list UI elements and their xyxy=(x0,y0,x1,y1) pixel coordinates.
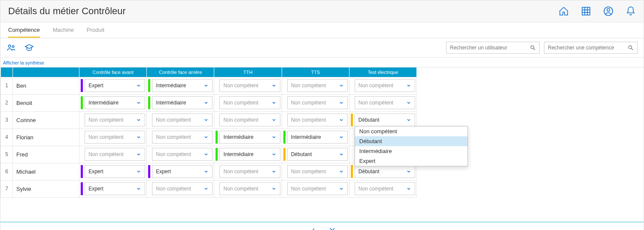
level-stripe xyxy=(351,113,353,126)
chevron-down-icon xyxy=(204,100,209,105)
user-icon[interactable] xyxy=(603,6,614,16)
level-stripe xyxy=(148,165,150,178)
level-select[interactable]: Non compétent xyxy=(85,148,145,161)
search-skill-input[interactable] xyxy=(544,42,638,54)
column-header[interactable]: Test électrique xyxy=(349,67,416,77)
skill-cell: Non compétent xyxy=(79,146,147,163)
level-select[interactable]: Non compétent xyxy=(219,113,280,126)
level-stripe xyxy=(148,113,150,126)
level-select[interactable]: Non compétent xyxy=(85,113,145,126)
tab-machine[interactable]: Machine xyxy=(53,22,74,38)
level-select[interactable]: Intermédiaire xyxy=(287,131,348,144)
cancel-button[interactable] xyxy=(328,227,336,230)
level-select[interactable]: Non compétent xyxy=(152,131,213,144)
graduation-cap-icon[interactable] xyxy=(24,43,34,52)
level-select[interactable]: Non compétent xyxy=(355,182,415,195)
tab-competence[interactable]: Compétence xyxy=(8,22,40,38)
row-index: 6 xyxy=(1,163,13,180)
row-name: Michael xyxy=(13,163,79,180)
level-select[interactable]: Non compétent xyxy=(355,96,415,109)
show-summary-link[interactable]: Afficher la synthèse xyxy=(0,58,644,67)
level-select[interactable]: Non compétent xyxy=(287,96,348,109)
level-select[interactable]: Non compétent xyxy=(287,165,348,178)
search-user-field[interactable] xyxy=(450,45,530,51)
chevron-down-icon xyxy=(204,152,209,157)
level-select[interactable]: Expert xyxy=(85,165,145,178)
dropdown-option[interactable]: Débutant xyxy=(355,136,468,146)
row-name: Sylvie xyxy=(13,180,79,197)
chevron-down-icon xyxy=(204,186,209,191)
table-row: 7SylvieExpertNon compétentNon compétentN… xyxy=(1,180,417,197)
skill-cell: Non compétent xyxy=(282,111,349,129)
level-stripe xyxy=(351,79,353,92)
column-header[interactable]: Contrôle face arrière xyxy=(147,67,214,77)
level-select[interactable]: Débutant xyxy=(287,148,348,161)
level-select[interactable]: Non compétent xyxy=(355,79,415,92)
level-select[interactable]: Expert xyxy=(85,79,145,92)
chevron-down-icon xyxy=(271,117,276,123)
chevron-down-icon xyxy=(136,117,141,123)
skill-cell: Non compétent xyxy=(214,111,282,129)
skill-cell: DébutantNon compétentDébutantIntermédiai… xyxy=(349,111,416,129)
level-select[interactable]: DébutantNon compétentDébutantIntermédiai… xyxy=(355,113,415,126)
level-select[interactable]: Expert xyxy=(152,165,213,178)
level-select[interactable]: Intermédiaire xyxy=(219,148,280,161)
level-select[interactable]: Expert xyxy=(85,182,145,195)
confirm-button[interactable] xyxy=(308,227,316,230)
row-name: Ben xyxy=(13,77,79,94)
tab-produit[interactable]: Produit xyxy=(87,22,104,38)
level-select[interactable]: Débutant xyxy=(355,165,415,178)
skill-cell: Intermédiaire xyxy=(214,129,282,146)
level-stripe xyxy=(216,165,218,178)
skill-cell: Non compétent xyxy=(349,77,416,94)
level-select[interactable]: Non compétent xyxy=(152,113,213,126)
people-icon[interactable] xyxy=(6,43,16,52)
table-row: 3CorinneNon compétentNon compétentNon co… xyxy=(1,111,417,129)
dropdown-option[interactable]: Intermédiaire xyxy=(355,146,468,156)
column-header[interactable]: Contrôle face avant xyxy=(79,67,147,77)
level-select[interactable]: Non compétent xyxy=(85,131,145,144)
level-stripe xyxy=(148,182,150,195)
level-select[interactable]: Non compétent xyxy=(287,79,348,92)
level-select[interactable]: Non compétent xyxy=(152,182,213,195)
dropdown-option[interactable]: Expert xyxy=(355,156,468,166)
grid-icon[interactable] xyxy=(581,6,591,16)
home-icon[interactable] xyxy=(559,6,569,16)
level-select[interactable]: Non compétent xyxy=(287,182,348,195)
chevron-down-icon xyxy=(204,169,209,174)
level-select[interactable]: Non compétent xyxy=(219,96,280,109)
column-header[interactable]: TTS xyxy=(282,67,349,77)
level-stripe xyxy=(283,79,286,92)
dropdown-option[interactable]: Non compétent xyxy=(355,126,468,136)
skill-cell: Non compétent xyxy=(349,94,416,111)
level-select[interactable]: Intermédiaire xyxy=(219,131,280,144)
level-select[interactable]: Intermédiaire xyxy=(85,96,145,109)
level-select[interactable]: Non compétent xyxy=(152,148,213,161)
row-name: Florian xyxy=(13,129,79,146)
level-stripe xyxy=(283,113,286,126)
chevron-down-icon xyxy=(204,83,209,88)
skill-cell: Non compétent xyxy=(147,146,214,163)
level-select[interactable]: Intermédiaire xyxy=(152,96,213,109)
column-header-index xyxy=(1,67,13,77)
chevron-down-icon xyxy=(339,169,344,174)
chevron-down-icon xyxy=(339,186,344,191)
search-icon xyxy=(530,45,536,51)
level-select[interactable]: Non compétent xyxy=(219,165,280,178)
level-select[interactable]: Non compétent xyxy=(287,113,348,126)
level-stripe xyxy=(283,148,286,161)
svg-line-12 xyxy=(632,49,633,50)
skill-cell: Non compétent xyxy=(349,180,416,197)
level-stripe xyxy=(283,182,286,195)
skill-cell: Non compétent xyxy=(282,180,349,197)
chevron-down-icon xyxy=(271,186,276,191)
skill-cell: Expert xyxy=(147,163,214,180)
bell-icon[interactable] xyxy=(626,6,636,16)
skill-cell: Non compétent xyxy=(214,163,282,180)
search-skill-field[interactable] xyxy=(548,45,628,51)
level-select[interactable]: Non compétent xyxy=(219,182,280,195)
column-header[interactable]: TTH xyxy=(214,67,282,77)
level-select[interactable]: Intermédiaire xyxy=(152,79,213,92)
search-user-input[interactable] xyxy=(446,42,540,54)
level-select[interactable]: Non compétent xyxy=(219,79,280,92)
